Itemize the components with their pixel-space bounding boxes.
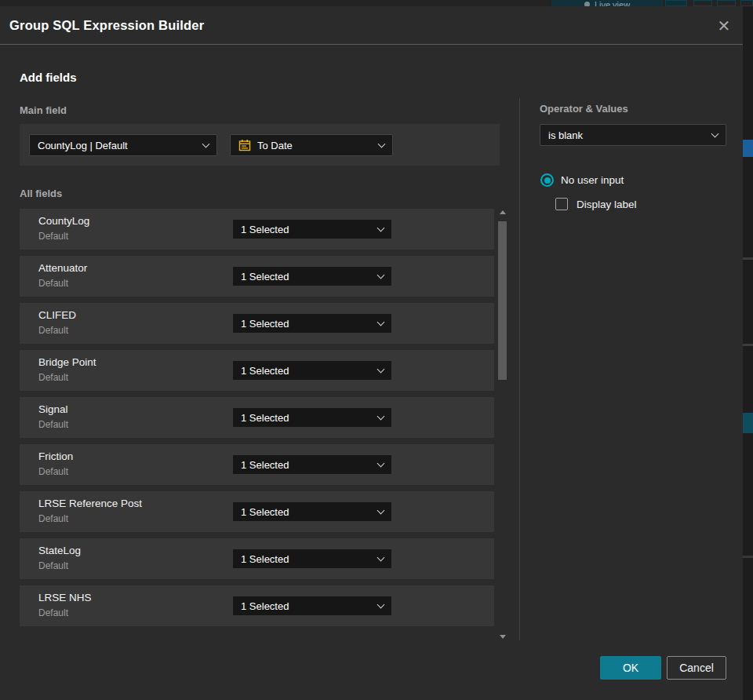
selected-count: 1 Selected [241,600,378,612]
background-toolbar-button [717,0,736,6]
selected-count: 1 Selected [241,553,378,565]
chevron-down-icon [377,412,385,420]
field-selected-dropdown[interactable]: 1 Selected [232,313,392,334]
operator-dropdown-value: is blank [548,129,712,141]
field-selected-dropdown[interactable]: 1 Selected [232,501,392,522]
field-row-lrse-reference-post: LRSE Reference Post Default 1 Selected [20,491,494,532]
background-fragment [743,344,753,346]
chevron-down-icon [377,459,385,467]
all-fields-label: All fields [20,188,62,199]
add-fields-heading: Add fields [20,71,77,84]
chevron-down-icon [377,318,385,326]
background-toolbar-button [693,0,712,6]
field-selected-dropdown[interactable]: 1 Selected [232,454,392,475]
field-name: Attenuator [38,262,87,274]
selected-count: 1 Selected [241,506,378,518]
field-selected-dropdown[interactable]: 1 Selected [232,407,392,428]
field-row-countylog: CountyLog Default 1 Selected [20,209,494,250]
scroll-down-icon[interactable] [500,635,506,639]
background-app-topbar: Live view [0,0,753,6]
field-row-lrse-nhs: LRSE NHS Default 1 Selected [20,585,494,626]
display-label-label: Display label [577,199,637,210]
main-field-dropdown-value: CountyLog | Default [38,140,203,151]
chevron-down-icon [377,506,385,514]
field-subtitle: Default [38,419,68,430]
live-view-toggle[interactable]: Live view [551,0,663,6]
field-row-bridge-point: Bridge Point Default 1 Selected [20,350,494,391]
field-subtitle: Default [38,513,68,524]
operator-dropdown[interactable]: is blank [540,124,726,146]
field-row-statelog: StateLog Default 1 Selected [20,538,494,579]
field-name: CountyLog [38,215,89,227]
background-toolbar-button [740,0,753,6]
field-selected-dropdown[interactable]: 1 Selected [232,549,392,569]
list-scrollbar[interactable] [497,206,508,640]
main-field-panel: CountyLog | Default To Date [20,124,500,166]
field-name: CLIFED [38,309,76,321]
field-subtitle: Default [38,325,68,336]
field-name: Bridge Point [38,356,96,368]
chevron-down-icon [377,553,385,561]
calendar-icon [238,139,251,151]
background-fragment [743,556,753,558]
date-field-dropdown[interactable]: To Date [230,134,393,156]
no-user-input-radio[interactable]: No user input [540,173,624,187]
date-field-dropdown-value: To Date [257,140,373,151]
field-subtitle: Default [38,372,68,383]
ok-button[interactable]: OK [600,656,661,680]
field-name: StateLog [38,545,81,556]
dialog-title: Group SQL Expression Builder [0,18,204,33]
background-fragment [743,140,753,157]
selected-count: 1 Selected [241,412,378,424]
field-subtitle: Default [38,231,68,242]
field-subtitle: Default [38,466,68,477]
screen: Live view Group SQL Expression Builder ✕… [0,0,753,700]
selected-count: 1 Selected [241,459,378,471]
chevron-down-icon [377,600,385,608]
background-fragment [743,257,753,260]
field-selected-dropdown[interactable]: 1 Selected [232,219,392,239]
field-row-attenuator: Attenuator Default 1 Selected [20,256,494,297]
display-label-checkbox[interactable]: Display label [555,198,637,210]
chevron-down-icon [202,140,210,148]
chevron-down-icon [377,271,385,279]
selected-count: 1 Selected [241,271,378,283]
chevron-down-icon [711,129,719,137]
selected-count: 1 Selected [241,318,378,330]
field-subtitle: Default [38,278,68,289]
selected-count: 1 Selected [241,224,378,235]
field-selected-dropdown[interactable]: 1 Selected [232,596,392,616]
field-name: LRSE Reference Post [38,498,142,509]
field-name: Friction [38,450,73,462]
field-selected-dropdown[interactable]: 1 Selected [232,360,392,381]
panel-divider [519,98,520,640]
field-selected-dropdown[interactable]: 1 Selected [232,266,392,286]
group-sql-expression-builder-dialog: Group SQL Expression Builder ✕ Add field… [0,6,743,700]
field-row-friction: Friction Default 1 Selected [20,444,494,485]
live-view-label: Live view [595,0,630,6]
cancel-button[interactable]: Cancel [667,656,726,680]
background-fragment [743,413,753,433]
chevron-down-icon [378,140,386,148]
field-row-clifed: CLIFED Default 1 Selected [20,303,494,344]
field-name: LRSE NHS [38,592,92,603]
field-subtitle: Default [38,607,68,618]
background-app-right-edge [743,6,753,700]
selected-count: 1 Selected [241,365,378,377]
field-subtitle: Default [38,560,68,571]
background-toolbar-button [665,0,687,6]
scroll-up-icon[interactable] [500,210,506,214]
checkbox-unchecked-icon [555,198,568,210]
field-row-signal: Signal Default 1 Selected [20,397,494,438]
dialog-header: Group SQL Expression Builder ✕ [0,6,743,45]
close-icon[interactable]: ✕ [713,15,735,37]
chevron-down-icon [377,224,385,232]
main-field-label: Main field [20,104,67,116]
scrollbar-thumb[interactable] [498,221,507,380]
operator-values-label: Operator & Values [540,103,628,115]
no-user-input-label: No user input [561,174,624,186]
main-field-dropdown[interactable]: CountyLog | Default [29,134,217,156]
field-name: Signal [38,403,68,415]
radio-selected-icon [540,173,554,187]
chevron-down-icon [377,365,385,373]
